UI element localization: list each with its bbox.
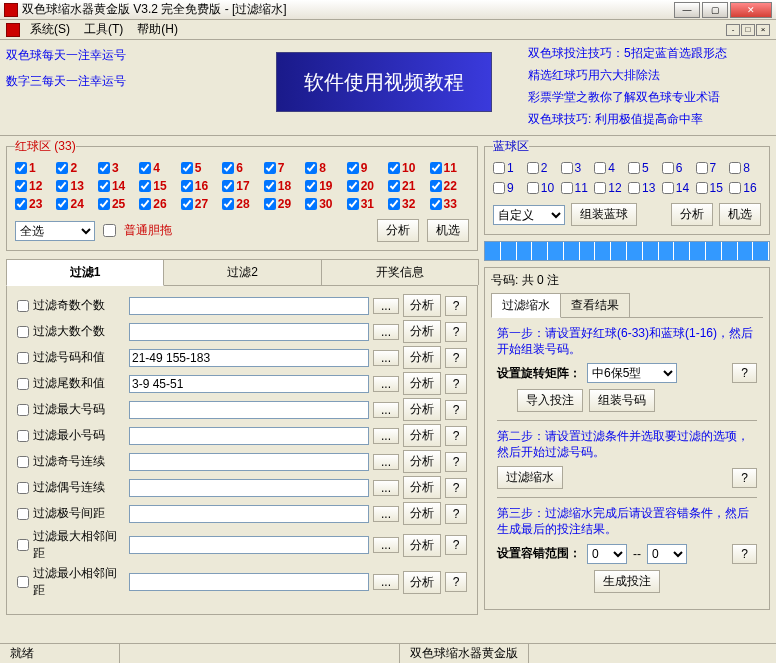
blue-check-4[interactable] (594, 162, 606, 174)
assemble-num-button[interactable]: 组装号码 (589, 389, 655, 412)
link-left-0[interactable]: 双色球每天一注幸运号 (6, 46, 276, 72)
red-12[interactable]: 12 (15, 179, 54, 193)
red-check-24[interactable] (56, 198, 68, 210)
filter-check-6[interactable] (17, 456, 29, 468)
link-right-3[interactable]: 双色球技巧: 利用极值提高命中率 (528, 110, 770, 132)
filter-help-10[interactable]: ? (445, 572, 467, 592)
filter-input-6[interactable] (129, 453, 369, 471)
filter-help-9[interactable]: ? (445, 535, 467, 555)
red-check-27[interactable] (181, 198, 193, 210)
red-check-32[interactable] (388, 198, 400, 210)
red-22[interactable]: 22 (430, 179, 469, 193)
filter-help-2[interactable]: ? (445, 348, 467, 368)
red-check-4[interactable] (139, 162, 151, 174)
blue-15[interactable]: 15 (696, 181, 728, 195)
red-17[interactable]: 17 (222, 179, 261, 193)
generate-bet-button[interactable]: 生成投注 (594, 570, 660, 593)
red-30[interactable]: 30 (305, 197, 344, 211)
filter-help-0[interactable]: ? (445, 296, 467, 316)
red-check-22[interactable] (430, 180, 442, 192)
assemble-blue-button[interactable]: 组装蓝球 (571, 203, 637, 226)
red-31[interactable]: 31 (347, 197, 386, 211)
red-check-13[interactable] (56, 180, 68, 192)
filter-check-10[interactable] (17, 576, 29, 588)
link-left-1[interactable]: 数字三每天一注幸运号 (6, 72, 276, 98)
filter-analyze-7[interactable]: 分析 (403, 476, 441, 499)
filter-check-1[interactable] (17, 326, 29, 338)
red-check-18[interactable] (264, 180, 276, 192)
red-check-16[interactable] (181, 180, 193, 192)
red-check-29[interactable] (264, 198, 276, 210)
red-check-20[interactable] (347, 180, 359, 192)
blue-check-7[interactable] (696, 162, 708, 174)
red-check-30[interactable] (305, 198, 317, 210)
filter-analyze-2[interactable]: 分析 (403, 346, 441, 369)
minimize-button[interactable]: — (674, 2, 700, 18)
red-check-7[interactable] (264, 162, 276, 174)
red-check-21[interactable] (388, 180, 400, 192)
filter-help-7[interactable]: ? (445, 478, 467, 498)
filter-more-3[interactable]: ... (373, 376, 399, 392)
link-right-1[interactable]: 精选红球巧用六大排除法 (528, 66, 770, 88)
filter-analyze-6[interactable]: 分析 (403, 450, 441, 473)
filter-input-4[interactable] (129, 401, 369, 419)
red-check-3[interactable] (98, 162, 110, 174)
filter-more-7[interactable]: ... (373, 480, 399, 496)
filter-check-2[interactable] (17, 352, 29, 364)
tab-filter2[interactable]: 过滤2 (163, 259, 321, 285)
filter-more-9[interactable]: ... (373, 537, 399, 553)
tol-to[interactable]: 0 (647, 544, 687, 564)
red-25[interactable]: 25 (98, 197, 137, 211)
filter-analyze-8[interactable]: 分析 (403, 502, 441, 525)
link-right-2[interactable]: 彩票学堂之教你了解双色球专业术语 (528, 88, 770, 110)
mdi-max[interactable]: □ (741, 24, 755, 36)
red-check-1[interactable] (15, 162, 27, 174)
menu-tool[interactable]: 工具(T) (78, 19, 129, 40)
blue-analyze-button[interactable]: 分析 (671, 203, 713, 226)
red-8[interactable]: 8 (305, 161, 344, 175)
filter-more-4[interactable]: ... (373, 402, 399, 418)
filter-more-1[interactable]: ... (373, 324, 399, 340)
step3-help[interactable]: ? (732, 544, 757, 564)
blue-10[interactable]: 10 (527, 181, 559, 195)
red-21[interactable]: 21 (388, 179, 427, 193)
red-check-10[interactable] (388, 162, 400, 174)
filter-check-0[interactable] (17, 300, 29, 312)
menu-system[interactable]: 系统(S) (24, 19, 76, 40)
blue-check-6[interactable] (662, 162, 674, 174)
red-check-14[interactable] (98, 180, 110, 192)
blue-12[interactable]: 12 (594, 181, 626, 195)
red-check-9[interactable] (347, 162, 359, 174)
red-20[interactable]: 20 (347, 179, 386, 193)
filter-help-5[interactable]: ? (445, 426, 467, 446)
blue-check-2[interactable] (527, 162, 539, 174)
filter-input-9[interactable] (129, 536, 369, 554)
red-check-26[interactable] (139, 198, 151, 210)
red-7[interactable]: 7 (264, 161, 303, 175)
red-13[interactable]: 13 (56, 179, 95, 193)
blue-5[interactable]: 5 (628, 161, 660, 175)
filter-input-5[interactable] (129, 427, 369, 445)
filter-more-2[interactable]: ... (373, 350, 399, 366)
filter-more-5[interactable]: ... (373, 428, 399, 444)
blue-check-3[interactable] (561, 162, 573, 174)
filter-input-1[interactable] (129, 323, 369, 341)
blue-check-14[interactable] (662, 182, 674, 194)
red-3[interactable]: 3 (98, 161, 137, 175)
red-check-2[interactable] (56, 162, 68, 174)
filter-input-8[interactable] (129, 505, 369, 523)
filter-analyze-4[interactable]: 分析 (403, 398, 441, 421)
red-9[interactable]: 9 (347, 161, 386, 175)
blue-9[interactable]: 9 (493, 181, 525, 195)
filter-shrink-button[interactable]: 过滤缩水 (497, 466, 563, 489)
step1-help[interactable]: ? (732, 363, 757, 383)
filter-analyze-5[interactable]: 分析 (403, 424, 441, 447)
filter-help-3[interactable]: ? (445, 374, 467, 394)
filter-help-1[interactable]: ? (445, 322, 467, 342)
filter-check-3[interactable] (17, 378, 29, 390)
rtab-filter[interactable]: 过滤缩水 (491, 293, 561, 318)
red-28[interactable]: 28 (222, 197, 261, 211)
red-29[interactable]: 29 (264, 197, 303, 211)
red-analyze-button[interactable]: 分析 (377, 219, 419, 242)
red-2[interactable]: 2 (56, 161, 95, 175)
